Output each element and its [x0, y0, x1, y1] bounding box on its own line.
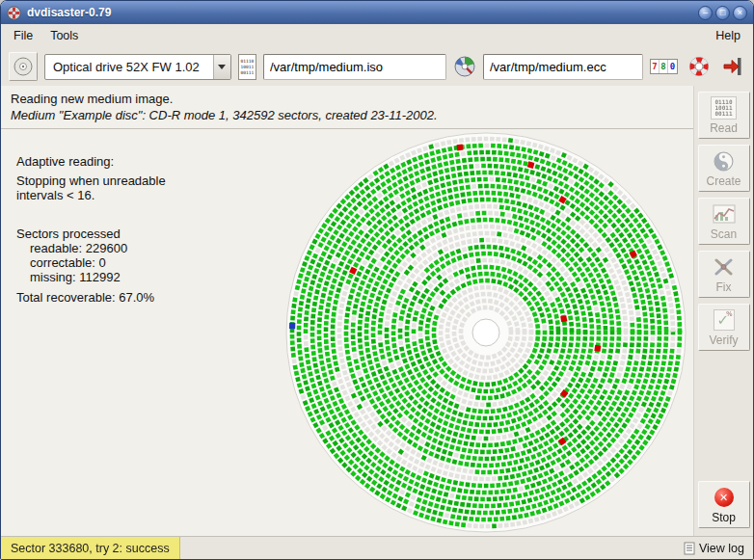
read-button-label: Read [710, 121, 738, 135]
maximize-icon[interactable]: □ [715, 6, 730, 20]
preferences-digits-icon: 7 8 0 [650, 59, 678, 74]
total-recoverable: Total recoverable: 67.0% [16, 290, 279, 305]
tools-fix-icon [714, 255, 735, 279]
ecc-file-icon [453, 55, 476, 78]
adaptive-reading-line1: Stopping when unreadable [16, 173, 279, 188]
preferences-button[interactable]: 7 8 0 [650, 53, 678, 80]
create-button[interactable]: Create [698, 145, 750, 192]
drive-select[interactable]: Optical drive 52X FW 1.02 [44, 54, 231, 80]
statusbar: Sector 333680, try 2: success View log [1, 536, 753, 559]
verify-button[interactable]: % ✓ Verify [698, 304, 750, 351]
read-button[interactable]: 01110 10011 00111 Read [698, 92, 750, 139]
view-log-button[interactable]: View log [675, 537, 753, 559]
log-icon [684, 542, 695, 555]
chevron-down-icon [213, 55, 230, 79]
disc-spiral [283, 130, 688, 535]
app-icon [7, 6, 21, 20]
action-sidebar: 01110 10011 00111 Read Create [693, 86, 753, 536]
verify-button-label: Verify [709, 333, 738, 347]
scan-button[interactable]: Scan [698, 198, 750, 245]
status-message: Sector 333680, try 2: success [1, 537, 180, 559]
verify-check-icon: % ✓ [714, 308, 735, 332]
menubar: File Tools Help [1, 24, 753, 47]
create-button-label: Create [706, 174, 741, 188]
adaptive-reading-title: Adaptive reading: [16, 154, 279, 169]
readable-count: readable: 229600 [30, 241, 279, 255]
iso-path-input[interactable] [263, 54, 446, 80]
yin-yang-create-icon [714, 149, 734, 173]
adaptive-reading-line2: intervals < 16. [16, 188, 279, 202]
drive-select-value: Optical drive 52X FW 1.02 [45, 55, 213, 79]
iso-file-icon: 01110 10011 00111 [238, 54, 256, 80]
scan-button-label: Scan [711, 227, 737, 241]
progress-readout: Adaptive reading: Stopping when unreadab… [1, 129, 279, 536]
drive-icon-button[interactable] [9, 52, 38, 81]
quit-button[interactable] [720, 53, 745, 80]
optical-drive-icon [13, 56, 34, 77]
content-area: Reading new medium image. Medium "Exampl… [1, 86, 753, 536]
binary-read-icon: 01110 10011 00111 [711, 96, 736, 120]
menu-file[interactable]: File [5, 26, 41, 45]
menu-tools[interactable]: Tools [41, 26, 87, 45]
app-window: dvdisaster-0.79 – □ × File Tools Help Op… [0, 0, 754, 560]
titlebar[interactable]: dvdisaster-0.79 – □ × [1, 1, 753, 24]
lifebuoy-icon [688, 56, 710, 77]
main-panel: Adaptive reading: Stopping when unreadab… [1, 129, 693, 536]
help-button[interactable] [687, 53, 712, 80]
ecc-path-input[interactable] [483, 54, 643, 80]
exit-arrow-icon [722, 56, 743, 77]
status-line-2: Medium "Example disc": CD-R mode 1, 3425… [11, 107, 684, 123]
view-log-label: View log [699, 542, 744, 555]
window-title: dvdisaster-0.79 [27, 6, 111, 19]
toolbar: Optical drive 52X FW 1.02 01110 10011 00… [1, 47, 753, 86]
stop-button-label: Stop [712, 511, 736, 524]
missing-count: missing: 112992 [30, 270, 279, 284]
status-line-1: Reading new medium image. [11, 91, 684, 107]
disc-visualization-area [279, 129, 693, 536]
stop-button[interactable]: ✕ Stop [698, 481, 750, 528]
status-panel: Reading new medium image. Medium "Exampl… [1, 86, 693, 129]
stop-icon: ✕ [714, 486, 734, 509]
menu-help[interactable]: Help [707, 26, 749, 45]
fix-button-label: Fix [716, 280, 732, 294]
minimize-icon[interactable]: – [698, 6, 713, 20]
correctable-count: correctable: 0 [30, 255, 279, 270]
fix-button[interactable]: Fix [698, 251, 750, 298]
scan-chart-icon [713, 202, 736, 226]
close-icon[interactable]: × [733, 6, 747, 20]
sectors-processed-title: Sectors processed [16, 227, 279, 241]
